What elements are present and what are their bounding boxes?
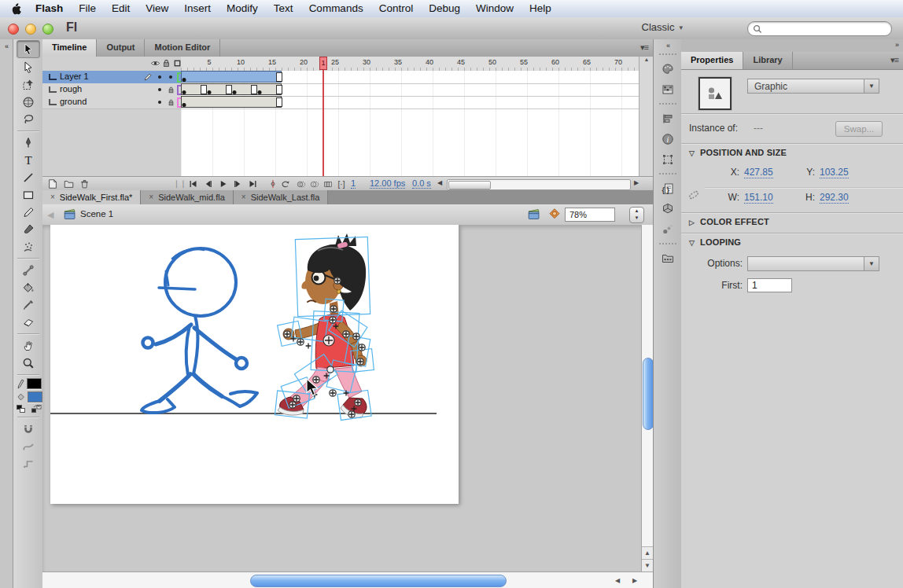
color-effect-header[interactable]: ▷COLOR EFFECT <box>689 217 769 226</box>
line-tool[interactable] <box>17 169 39 186</box>
motion-presets-panel-button[interactable] <box>658 220 678 239</box>
transform-panel-button[interactable] <box>658 150 678 169</box>
menu-item-edit[interactable]: Edit <box>104 0 138 17</box>
scroll-up-button[interactable]: ▲ <box>642 546 653 559</box>
current-frame-field[interactable]: 1 <box>351 178 356 189</box>
pen-tool[interactable] <box>17 134 39 151</box>
stage[interactable] <box>50 225 459 504</box>
timeline-horizontal-scrollbar[interactable] <box>447 179 631 190</box>
text-tool[interactable]: T <box>17 152 39 168</box>
keyframe-dot[interactable] <box>208 90 212 94</box>
position-and-size-header[interactable]: ▽POSITION AND SIZE <box>689 148 787 157</box>
menu-item-debug[interactable]: Debug <box>421 0 468 17</box>
span-end-marker[interactable] <box>276 97 282 107</box>
close-tab-icon[interactable]: × <box>241 190 246 204</box>
frame-span[interactable] <box>181 96 282 108</box>
menu-item-commands[interactable]: Commands <box>301 0 371 17</box>
fill-color-control[interactable] <box>17 391 43 402</box>
go-to-first-frame-button[interactable] <box>186 178 200 190</box>
zoom-level-field[interactable]: 78% <box>565 208 615 222</box>
properties-panel-menu-icon[interactable]: ▾≡ <box>890 55 898 65</box>
vertical-scrollbar-thumb[interactable] <box>643 358 653 430</box>
h-value[interactable]: 292.30 <box>820 192 849 204</box>
go-to-last-frame-button[interactable] <box>245 178 260 190</box>
layer-row-rough[interactable]: rough <box>42 83 181 97</box>
frame-grid[interactable]: 510152025303540455055606570 1 <box>181 57 639 176</box>
hand-tool[interactable] <box>17 337 39 354</box>
expand-panels-icon[interactable]: » <box>895 41 898 49</box>
stroke-color-control[interactable] <box>17 378 43 389</box>
stroke-color-swatch[interactable] <box>27 378 42 389</box>
symbol-type-dropdown[interactable]: Graphic ▼ <box>747 79 879 94</box>
frame-rate-field[interactable]: 12.00 fps <box>370 178 405 189</box>
show-hide-all-layers-icon[interactable] <box>150 58 160 68</box>
loop-playback-button[interactable] <box>278 178 293 190</box>
playhead[interactable]: 1 <box>319 57 327 70</box>
frame-ruler[interactable]: 510152025303540455055606570 <box>181 57 639 72</box>
y-value[interactable]: 103.25 <box>820 167 849 178</box>
fill-color-swatch[interactable] <box>28 391 42 402</box>
snap-option[interactable] <box>17 421 39 437</box>
menu-item-text[interactable]: Text <box>266 0 301 17</box>
subselection-tool[interactable] <box>17 59 39 75</box>
layer-name[interactable]: ground <box>60 97 87 106</box>
search-input[interactable] <box>747 21 892 36</box>
horizontal-scrollbar-thumb[interactable] <box>250 575 507 587</box>
align-panel-button[interactable] <box>658 109 678 128</box>
frame-row-ground[interactable] <box>181 96 639 109</box>
onion-skin-button[interactable] <box>294 178 308 190</box>
span-end-marker[interactable] <box>276 85 282 94</box>
timeline-panel-menu-icon[interactable]: ▾≡ <box>640 42 648 53</box>
lock-icon[interactable] <box>166 85 175 94</box>
default-colors-icon[interactable] <box>17 405 26 413</box>
close-tab-icon[interactable]: × <box>149 190 153 204</box>
elapsed-time-field[interactable]: 0.0 s <box>412 178 431 189</box>
blank-keyframe[interactable] <box>226 85 232 94</box>
blank-keyframe[interactable] <box>251 85 257 94</box>
step-forward-button[interactable] <box>230 178 245 190</box>
timeline-scroll-right-icon[interactable]: ▶ <box>634 179 639 186</box>
keyframe-dot[interactable] <box>182 90 186 94</box>
3d-rotation-tool[interactable] <box>17 94 39 110</box>
keyframe-dot[interactable] <box>182 78 186 82</box>
tab-timeline[interactable]: Timeline <box>42 39 97 57</box>
brush-tool[interactable] <box>17 221 39 237</box>
scroll-left-button[interactable]: ◀ <box>610 575 625 586</box>
layer-row-layer-1[interactable]: Layer 1 <box>42 71 181 84</box>
apple-menu-icon[interactable] <box>11 3 21 15</box>
lock-all-layers-icon[interactable] <box>161 58 171 68</box>
info-panel-button[interactable]: i <box>658 130 678 149</box>
workspace-selector[interactable]: Classic ▾ <box>642 21 683 33</box>
frame-row-rough[interactable] <box>181 83 639 97</box>
tab-library[interactable]: Library <box>743 52 792 69</box>
keyframe-dot[interactable] <box>258 90 262 94</box>
menu-item-window[interactable]: Window <box>468 0 522 17</box>
menu-item-flash[interactable]: Flash <box>28 0 71 17</box>
zoom-tool[interactable] <box>17 355 39 371</box>
tab-properties[interactable]: Properties <box>681 52 743 69</box>
color-panel-button[interactable] <box>658 60 678 79</box>
looping-options-dropdown[interactable]: ▼ <box>747 256 879 271</box>
edit-scene-button[interactable] <box>527 208 541 222</box>
keyframe-dot[interactable] <box>182 103 186 107</box>
scene-name-label[interactable]: Scene 1 <box>80 209 113 219</box>
new-layer-button[interactable] <box>46 178 60 190</box>
collapse-dock-icon[interactable]: « <box>654 42 682 50</box>
document-tab[interactable]: ×SideWalk_mid.fla <box>141 190 233 204</box>
layer-name[interactable]: rough <box>60 84 82 94</box>
blank-keyframe[interactable] <box>201 85 207 94</box>
timeline-scrollbar-thumb[interactable] <box>448 181 491 189</box>
tab-output[interactable]: Output <box>97 39 145 57</box>
keyframe-dot[interactable] <box>233 90 237 94</box>
swap-colors-icon[interactable] <box>31 405 42 413</box>
modify-markers-button[interactable]: [·] <box>334 178 348 190</box>
frame-span[interactable] <box>181 71 282 83</box>
swap-button[interactable]: Swap... <box>835 121 883 137</box>
canvas-horizontal-scrollbar[interactable]: ◀ ▶ <box>42 571 653 588</box>
lasso-tool[interactable] <box>17 111 39 127</box>
scroll-down-button[interactable]: ▼ <box>642 559 653 571</box>
delete-layer-button[interactable] <box>77 178 91 190</box>
project-panel-button[interactable] <box>658 249 678 268</box>
canvas-vertical-scrollbar[interactable]: ▲ ▼ <box>641 225 653 571</box>
free-transform-tool[interactable] <box>17 76 39 93</box>
